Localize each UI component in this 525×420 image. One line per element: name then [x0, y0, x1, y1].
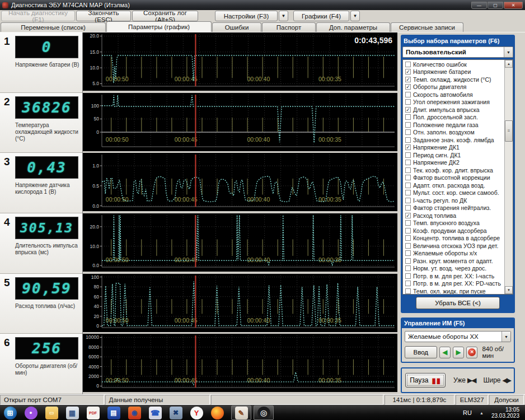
- checkbox-icon[interactable]: [405, 183, 411, 188]
- parameter-set-dropdown[interactable]: Пользовательский ▼: [402, 46, 513, 58]
- checkbox-icon[interactable]: [405, 129, 411, 135]
- enter-button[interactable]: Ввод: [405, 346, 437, 358]
- param-list-item[interactable]: Заданное знач. коэф. лямбда: [404, 136, 504, 144]
- checkbox-checked-icon[interactable]: ✓: [405, 144, 411, 150]
- checkbox-icon[interactable]: [405, 273, 411, 279]
- param-list-item[interactable]: Угол опережения зажигания: [404, 99, 504, 106]
- param-list-item[interactable]: Напряжение ДК2: [404, 159, 504, 167]
- paint-icon[interactable]: ✎: [235, 407, 248, 419]
- x-app-icon[interactable]: ✖: [169, 406, 182, 419]
- param-list-item[interactable]: Разн. крут. момента от адапт.: [404, 257, 504, 265]
- param-list-item[interactable]: Адапт. откл. расхода возд.: [404, 181, 504, 189]
- scrollbar-thumb[interactable]: [505, 120, 513, 142]
- param-list-item[interactable]: I-часть регул. по ДК: [404, 197, 504, 204]
- graph-injection-pulse[interactable]: 20.010.00.000:00:5000:00:4500:00:4000:00…: [83, 213, 397, 274]
- checkbox-checked-icon[interactable]: ✓: [405, 107, 411, 113]
- param-list-item[interactable]: Желаемые обороты х/х: [404, 250, 504, 258]
- pdf24-icon[interactable]: PDF: [86, 406, 100, 419]
- checkbox-icon[interactable]: [405, 288, 411, 294]
- tab-доп-параметры[interactable]: Доп. параметры: [316, 22, 390, 32]
- checkbox-icon[interactable]: [405, 235, 411, 241]
- param-list-item[interactable]: Пол. дроссельной засл.: [404, 114, 504, 122]
- tray-expand-icon[interactable]: ▲: [480, 411, 484, 415]
- param-list-item[interactable]: Потр. в м. для рег. ХХ: I-часть: [404, 272, 504, 280]
- file-manager-icon[interactable]: ▤: [107, 406, 120, 419]
- checkbox-icon[interactable]: [405, 62, 411, 67]
- phone-app-icon[interactable]: ☎: [148, 406, 162, 419]
- graph-fuel-consumption[interactable]: 10080604020000:00:5000:00:4500:00:4000:0…: [83, 274, 397, 334]
- param-list-item[interactable]: Количество ошибок: [404, 60, 504, 68]
- start-button[interactable]: ⊞: [3, 406, 17, 419]
- dropdown-arrow-icon[interactable]: ▼: [350, 11, 360, 21]
- param-list-item[interactable]: Норм. ут. возд. через дрос.: [404, 265, 504, 273]
- explorer-folder-icon[interactable]: ▭: [45, 406, 58, 419]
- checkbox-icon[interactable]: [405, 205, 411, 211]
- checkbox-icon[interactable]: [405, 228, 411, 234]
- checkbox-icon[interactable]: [405, 92, 411, 97]
- checkbox-icon[interactable]: [405, 198, 411, 203]
- checkbox-icon[interactable]: [405, 281, 411, 286]
- checkbox-checked-icon[interactable]: ✓: [405, 77, 411, 82]
- checkbox-checked-icon[interactable]: ✓: [405, 84, 411, 90]
- close-icon[interactable]: ✕: [504, 2, 523, 9]
- toolbar-button-1[interactable]: Закончить (ESC): [76, 11, 131, 21]
- param-list-item[interactable]: Фактор высотной коррекции: [404, 174, 504, 182]
- checkbox-icon[interactable]: [405, 265, 411, 271]
- paint-icon-box[interactable]: ✎: [231, 405, 251, 420]
- scroll-up-icon[interactable]: ▲: [505, 60, 513, 68]
- checkbox-checked-icon[interactable]: ✓: [405, 213, 411, 218]
- dropdown-arrow-icon[interactable]: ▼: [279, 11, 288, 21]
- checkbox-icon[interactable]: [405, 190, 411, 195]
- toolbar-button-4[interactable]: Настройки (F3): [215, 11, 278, 21]
- graph-oxygen-sensor[interactable]: 1.00.50.000:00:5000:00:4500:00:4000:00:3…: [83, 153, 397, 213]
- param-list-item[interactable]: ✓Длит. импульса впрыска: [404, 106, 504, 114]
- chevron-down-icon[interactable]: ▼: [504, 47, 513, 57]
- calculator-icon[interactable]: ▦: [65, 406, 79, 419]
- diagnostics-app-icon-box[interactable]: ◎: [254, 405, 274, 420]
- checkbox-icon[interactable]: [405, 152, 411, 158]
- checkbox-icon[interactable]: [405, 175, 411, 180]
- chevron-down-icon[interactable]: ▼: [501, 332, 510, 342]
- minimize-icon[interactable]: —: [471, 2, 487, 9]
- clear-all-button[interactable]: Убрать ВСЕ (<): [416, 297, 500, 309]
- list-scrollbar[interactable]: ▲ ▼: [504, 60, 513, 294]
- checkbox-icon[interactable]: [405, 258, 411, 264]
- param-list-item[interactable]: Период сигн. ДК1: [404, 151, 504, 159]
- param-list-item[interactable]: Фактор старения нейтрализ.: [404, 204, 504, 212]
- checkbox-checked-icon[interactable]: ✓: [405, 69, 411, 74]
- param-list-item[interactable]: Тек. коэф. кор. длит. впрыска: [404, 166, 504, 174]
- param-list-item[interactable]: ✓Темп. охлажд. жидкости (°С): [404, 76, 504, 83]
- param-list-item[interactable]: Темп. охл. жидк. при пуске: [404, 287, 504, 295]
- pause-button[interactable]: Пауза ▮▮: [405, 373, 446, 388]
- checkbox-icon[interactable]: [405, 243, 411, 249]
- checkbox-icon[interactable]: [405, 167, 411, 173]
- yandex-browser-icon[interactable]: Y: [190, 406, 203, 419]
- param-list-item[interactable]: Величина отскока УОЗ при дет.: [404, 242, 504, 250]
- toolbar-button-6[interactable]: Графики (F4): [293, 11, 349, 21]
- checkbox-icon[interactable]: [405, 114, 411, 120]
- param-list-item[interactable]: ✓Обороты двигателя: [404, 83, 504, 91]
- param-list-item[interactable]: Скорость автомобиля: [404, 91, 504, 99]
- tab-ошибки[interactable]: Ошибки: [212, 22, 261, 32]
- param-list-item[interactable]: ✓Расход топлива: [404, 212, 504, 220]
- graph-engine-rpm[interactable]: 100008000600040002000000:00:5000:00:4500…: [83, 334, 397, 394]
- param-list-item[interactable]: Темп. впускного воздуха: [404, 220, 504, 227]
- maximize-icon[interactable]: ▢: [487, 2, 503, 9]
- param-list-item[interactable]: Мульт. сост. кор. смеси самооб.: [404, 189, 504, 197]
- param-list-item[interactable]: ✓Напряжение батареи: [404, 68, 504, 76]
- tab-паспорт[interactable]: Паспорт: [262, 22, 316, 32]
- increase-arrow-icon[interactable]: ▶: [453, 347, 464, 358]
- wider-button[interactable]: Шире ◀▶: [483, 376, 510, 384]
- tab-параметры-график-[interactable]: Параметры (график): [106, 21, 212, 32]
- narrower-button[interactable]: Уже ▶◀: [453, 376, 475, 384]
- decrease-arrow-icon[interactable]: ◀: [439, 347, 451, 358]
- scroll-down-icon[interactable]: ▼: [505, 286, 513, 294]
- param-list-item[interactable]: Потр. в м. для рег. ХХ: PD-часть: [404, 280, 504, 288]
- toolbar-button-2[interactable]: Сохранить лог (Alt+S): [132, 11, 198, 21]
- checkbox-icon[interactable]: [405, 160, 411, 165]
- image-viewer-icon[interactable]: ◉: [128, 406, 141, 419]
- tab-переменные-список-[interactable]: Переменные (список): [1, 22, 106, 32]
- messenger-app-icon[interactable]: ●: [24, 406, 38, 419]
- checkbox-icon[interactable]: [405, 137, 411, 143]
- language-indicator[interactable]: RU: [463, 409, 472, 416]
